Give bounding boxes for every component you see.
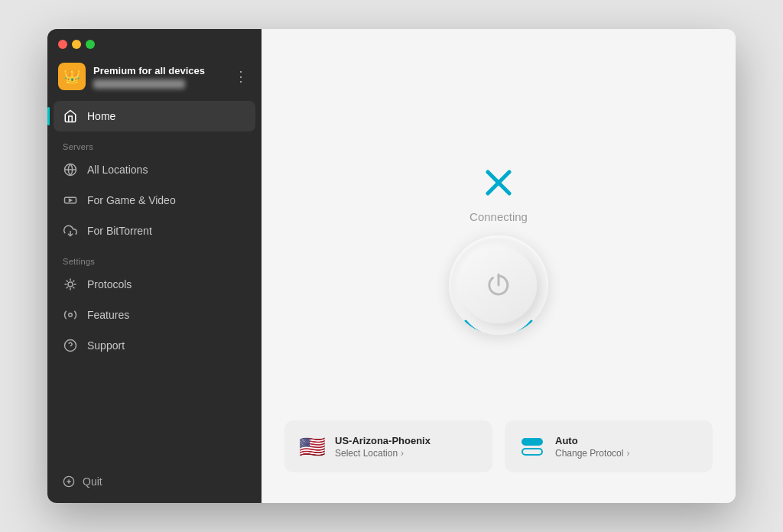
quit-button[interactable]: Quit bbox=[63, 475, 246, 488]
sidebar-item-game-video-label: For Game & Video bbox=[87, 194, 176, 206]
protocol-pill-bottom bbox=[521, 448, 543, 456]
location-subtitle-text: Select Location bbox=[335, 448, 398, 459]
torrent-icon bbox=[63, 223, 78, 238]
protocols-icon bbox=[63, 277, 78, 292]
more-button[interactable]: ⋮ bbox=[231, 65, 251, 88]
support-icon bbox=[63, 338, 78, 353]
user-info: Premium for all devices bbox=[93, 65, 223, 89]
sidebar-item-home-label: Home bbox=[87, 110, 115, 122]
minimize-button[interactable] bbox=[72, 40, 81, 49]
globe-icon bbox=[63, 162, 78, 177]
user-email bbox=[93, 79, 185, 89]
maximize-button[interactable] bbox=[86, 40, 95, 49]
close-button[interactable] bbox=[58, 40, 67, 49]
power-button[interactable] bbox=[449, 235, 548, 335]
features-icon bbox=[63, 307, 78, 323]
titlebar bbox=[47, 29, 262, 57]
power-arc bbox=[450, 237, 547, 333]
protocol-card-text: Auto Change Protocol › bbox=[555, 435, 629, 459]
protocol-subtitle: Change Protocol › bbox=[555, 448, 629, 459]
protocol-toggle-icon bbox=[521, 438, 543, 456]
sidebar-item-bittorrent-label: For BitTorrent bbox=[87, 225, 152, 237]
sidebar-item-features[interactable]: Features bbox=[54, 300, 255, 330]
protocol-title: Auto bbox=[555, 435, 629, 446]
settings-section-label: Settings bbox=[54, 246, 255, 269]
power-button-outer[interactable] bbox=[449, 235, 548, 335]
svg-point-5 bbox=[68, 282, 73, 287]
protocol-arrow-icon: › bbox=[626, 448, 629, 459]
location-title: US-Arizona-Phoenix bbox=[335, 435, 430, 446]
sidebar-item-game-video[interactable]: For Game & Video bbox=[54, 185, 255, 216]
quit-icon bbox=[63, 475, 75, 488]
flag-icon: 🇺🇸 bbox=[298, 433, 326, 460]
sidebar-item-all-locations-label: All Locations bbox=[87, 164, 148, 176]
connection-status: Connecting bbox=[469, 210, 528, 223]
svg-point-6 bbox=[69, 313, 73, 317]
home-icon bbox=[63, 109, 78, 124]
protocol-pill-top bbox=[521, 438, 543, 446]
nav-section: Home Servers All Locations bbox=[47, 101, 262, 466]
sidebar-bottom: Quit bbox=[47, 466, 262, 503]
location-card[interactable]: 🇺🇸 US-Arizona-Phoenix Select Location › bbox=[284, 420, 492, 472]
vpn-logo bbox=[483, 167, 514, 198]
sidebar-item-protocols[interactable]: Protocols bbox=[54, 269, 255, 300]
user-section: 👑 Premium for all devices ⋮ bbox=[47, 57, 262, 101]
protocol-subtitle-text: Change Protocol bbox=[555, 448, 623, 459]
protocol-card[interactable]: Auto Change Protocol › bbox=[505, 420, 713, 472]
protocol-icon bbox=[518, 433, 546, 460]
location-card-text: US-Arizona-Phoenix Select Location › bbox=[335, 435, 430, 459]
sidebar-item-bittorrent[interactable]: For BitTorrent bbox=[54, 216, 255, 246]
user-name: Premium for all devices bbox=[93, 65, 223, 76]
location-arrow-icon: › bbox=[401, 448, 404, 459]
bottom-cards: 🇺🇸 US-Arizona-Phoenix Select Location › bbox=[284, 420, 713, 472]
app-window: 👑 Premium for all devices ⋮ Home bbox=[47, 29, 736, 503]
svg-marker-3 bbox=[70, 200, 72, 202]
servers-section-label: Servers bbox=[54, 131, 255, 154]
crown-icon: 👑 bbox=[63, 68, 80, 85]
sidebar-item-protocols-label: Protocols bbox=[87, 278, 132, 290]
location-subtitle: Select Location › bbox=[335, 448, 430, 459]
sidebar-item-support[interactable]: Support bbox=[54, 330, 255, 361]
premium-badge: 👑 bbox=[58, 63, 86, 90]
sidebar-item-home[interactable]: Home bbox=[54, 101, 255, 131]
flag-emoji: 🇺🇸 bbox=[299, 434, 326, 459]
main-content: Connecting bbox=[262, 29, 736, 503]
connecting-area: Connecting bbox=[449, 167, 548, 335]
sidebar-item-support-label: Support bbox=[87, 339, 125, 352]
quit-label: Quit bbox=[83, 475, 102, 488]
sidebar-item-features-label: Features bbox=[87, 309, 129, 321]
sidebar: 👑 Premium for all devices ⋮ Home bbox=[47, 29, 262, 503]
game-icon bbox=[63, 193, 78, 208]
sidebar-item-all-locations[interactable]: All Locations bbox=[54, 154, 255, 185]
